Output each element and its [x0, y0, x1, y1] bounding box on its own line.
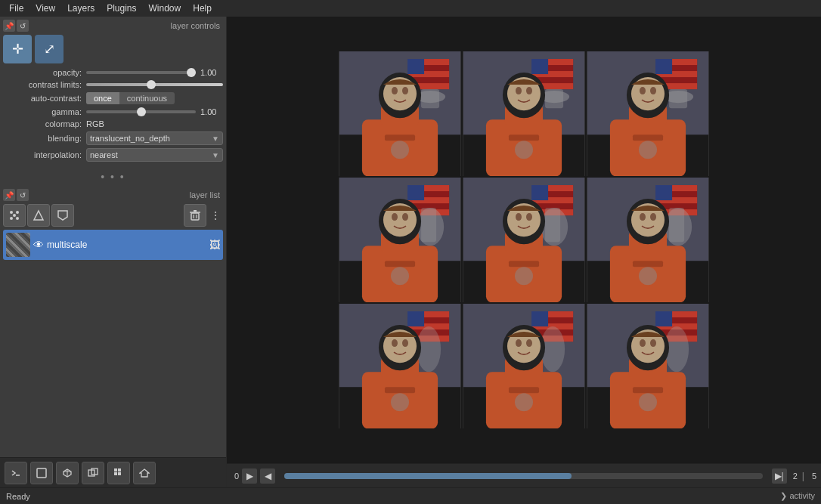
dots-icon: • • •: [101, 171, 125, 183]
svg-point-73: [639, 141, 657, 159]
blending-control: translucent_no_depth ▼: [86, 131, 223, 145]
layer-item[interactable]: 👁 multiscale 🖼: [3, 230, 223, 260]
svg-point-2: [10, 217, 13, 220]
grid-btn[interactable]: [107, 462, 130, 484]
transform-buttons: ✛ ⤢: [3, 35, 223, 63]
svg-rect-18: [114, 468, 117, 472]
svg-point-54: [526, 87, 532, 94]
list-icon: [36, 468, 47, 478]
svg-rect-116: [669, 208, 684, 242]
svg-point-138: [402, 339, 408, 347]
menu-layers[interactable]: Layers: [61, 2, 101, 15]
points-icon: [8, 209, 20, 221]
svg-rect-80: [407, 185, 424, 200]
grid-cell-1-1: [463, 178, 585, 302]
points-tool-btn[interactable]: [3, 204, 26, 227]
svg-point-88: [402, 213, 408, 221]
home-btn[interactable]: [133, 462, 156, 484]
svg-marker-22: [140, 469, 149, 477]
opacity-slider[interactable]: [86, 71, 196, 74]
blending-row: blending: translucent_no_depth ▼: [3, 131, 223, 145]
labels-tool-btn[interactable]: [51, 204, 74, 227]
svg-point-0: [10, 211, 13, 214]
status-activity: ❯ activity: [780, 491, 815, 501]
layer-list-btn[interactable]: [30, 462, 53, 484]
svg-point-105: [526, 213, 532, 221]
layer-list-refresh[interactable]: ↺: [17, 189, 29, 201]
blending-dropdown[interactable]: translucent_no_depth ▼: [86, 131, 223, 145]
gamma-row: gamma: 1.00: [3, 107, 223, 116]
canvas-content[interactable]: [227, 17, 821, 463]
svg-point-90: [391, 267, 409, 285]
grid-cell-0-1: [463, 51, 585, 176]
rotate-transform-btn[interactable]: ⤢: [35, 35, 64, 63]
frame-total: 5: [812, 472, 816, 481]
svg-rect-38: [385, 135, 415, 141]
main-content: 📌 ↺ layer controls ✛ ⤢ opacity: 1.00: [0, 17, 821, 487]
grid-cell-0-0: [339, 51, 461, 176]
colormap-row: colormap: RGB: [3, 119, 223, 128]
ndim-icon: [88, 468, 98, 478]
grid-cell-1-2: [587, 178, 709, 302]
svg-rect-19: [118, 468, 121, 472]
auto-contrast-continuous[interactable]: continuous: [119, 92, 175, 104]
menu-view[interactable]: View: [29, 2, 61, 15]
opacity-value: 1.00: [200, 68, 223, 77]
layer-controls-refresh[interactable]: ↺: [17, 20, 29, 32]
menu-file[interactable]: File: [3, 2, 29, 15]
layer-controls-section: 📌 ↺ layer controls ✛ ⤢ opacity: 1.00: [0, 17, 226, 168]
svg-point-170: [650, 339, 656, 347]
bottom-toolbar: [0, 457, 226, 487]
auto-contrast-control: once continuous: [86, 92, 223, 104]
menu-plugins[interactable]: Plugins: [101, 2, 142, 15]
layer-visibility-icon[interactable]: 👁: [33, 239, 44, 251]
3d-btn[interactable]: [56, 462, 79, 484]
layer-controls-pin[interactable]: 📌: [3, 20, 15, 32]
interpolation-dropdown[interactable]: nearest ▼: [86, 148, 223, 162]
svg-point-124: [639, 267, 657, 285]
delete-layer-btn[interactable]: [184, 204, 206, 227]
svg-point-39: [391, 141, 409, 159]
cube-icon: [62, 468, 73, 478]
auto-contrast-once[interactable]: once: [86, 92, 119, 104]
svg-point-121: [640, 213, 646, 221]
layer-list-more-btn[interactable]: ⋮: [208, 204, 223, 227]
colormap-control: RGB: [86, 119, 223, 128]
svg-point-153: [516, 339, 522, 347]
contrast-min-slider[interactable]: [86, 83, 223, 86]
svg-rect-55: [509, 135, 539, 141]
interpolation-row: interpolation: nearest ▼: [3, 148, 223, 162]
opacity-label: opacity:: [3, 68, 86, 77]
layer-list-section: 📌 ↺ layer list: [0, 186, 226, 457]
play-btn[interactable]: ▶: [242, 468, 257, 484]
svg-point-37: [402, 87, 408, 94]
layer-list-pin[interactable]: 📌: [3, 189, 15, 201]
gamma-control: 1.00: [86, 107, 223, 116]
console-btn[interactable]: [5, 462, 27, 484]
auto-contrast-row: auto-contrast: once continuous: [3, 92, 223, 104]
astronaut-img-5: [587, 178, 709, 302]
layer-thumbnail: [6, 233, 30, 257]
image-grid: [339, 51, 709, 429]
frame-progress-bar[interactable]: [284, 473, 763, 479]
gamma-slider[interactable]: [86, 110, 196, 113]
trash-icon: [189, 209, 201, 221]
menu-help[interactable]: Help: [187, 2, 218, 15]
svg-point-1: [16, 211, 19, 214]
layer-list-header-icons: 📌 ↺: [3, 189, 29, 201]
menu-window[interactable]: Window: [143, 2, 187, 15]
shapes-tool-btn[interactable]: [27, 204, 50, 227]
layer-controls-title: layer controls: [29, 21, 223, 30]
prev-frame-btn[interactable]: ◀: [260, 468, 275, 484]
frame-progress-fill: [284, 473, 572, 479]
last-frame-btn[interactable]: ▶|: [772, 468, 787, 484]
svg-rect-131: [407, 311, 424, 326]
svg-rect-82: [421, 208, 436, 242]
svg-point-56: [515, 141, 533, 159]
move-transform-btn[interactable]: ✛: [3, 35, 32, 63]
shapes-icon: [33, 209, 45, 221]
ndim-btn[interactable]: [82, 462, 104, 484]
svg-rect-114: [655, 185, 672, 200]
thumbnail-pattern: [6, 233, 30, 257]
svg-rect-29: [407, 59, 424, 74]
